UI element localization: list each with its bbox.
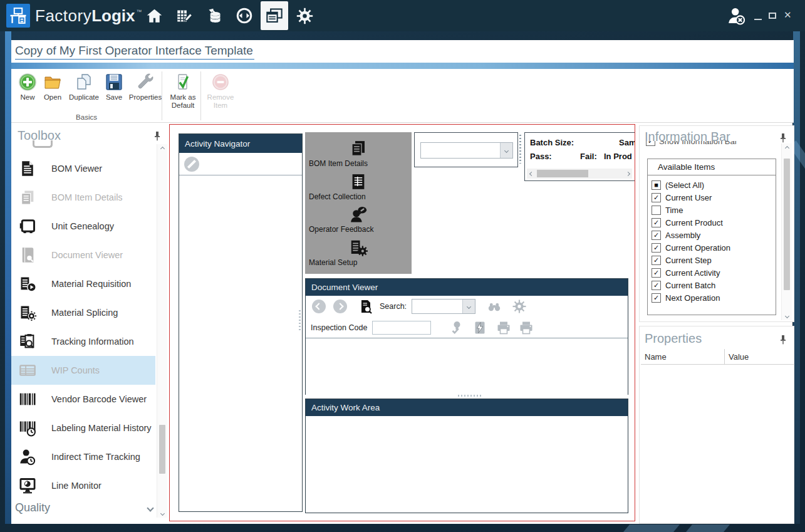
horizontal-splitter-grip[interactable] [458,395,483,397]
palette-item-bom-item-details[interactable]: BOM Item Details [305,139,412,168]
scrollbar-thumb[interactable] [784,159,790,290]
toolbox-item-line-monitor[interactable]: Line Monitor [11,471,155,500]
close-icon[interactable]: ✕ [784,9,792,21]
binoculars-icon[interactable] [487,299,502,314]
pin-icon[interactable] [153,131,162,141]
chevron-down-icon[interactable] [462,300,475,313]
scroll-up-icon[interactable] [782,143,792,152]
list-item-select-all[interactable]: ■ (Select All) [648,179,776,191]
open-button[interactable]: Open [40,73,65,102]
document-viewer-panel[interactable]: Document Viewer Search: [305,278,628,395]
toolbox-item-vendor-barcode-viewer[interactable]: Vendor Barcode Viewer [11,385,155,414]
toolbox-item-bom-viewer[interactable]: BOM Viewer [11,154,155,183]
toolbox-item-document-viewer[interactable]: Document Viewer [11,241,155,269]
scroll-down-icon[interactable] [157,509,167,518]
checkbox-icon[interactable]: ✓ [652,231,661,240]
list-item-next-operation[interactable]: ✓ Next Operation [648,291,776,304]
toolbox-scrollbar[interactable] [157,144,167,518]
dropdown-combobox[interactable] [420,142,513,159]
list-item-current-step[interactable]: ✓ Current Step [648,254,776,266]
desk-logo-icon [9,6,28,25]
printer-icon[interactable] [519,320,534,335]
activity-navigator-panel[interactable]: Activity Navigator [179,133,303,512]
dropdown-widget[interactable] [414,132,518,167]
column-header-name[interactable]: Name [641,349,725,364]
checkbox-icon[interactable]: ✓ [652,193,661,202]
list-item-current-product[interactable]: ✓ Current Product [648,216,776,229]
materials-stack-icon[interactable] [200,1,228,30]
new-button[interactable]: New [16,73,39,102]
scrollbar-thumb[interactable] [159,425,165,474]
toolbox-item-wip-counts[interactable]: WIP Counts [11,356,155,385]
search-combobox[interactable] [412,299,475,314]
checkbox-icon[interactable]: ✓ [646,141,655,146]
home-icon[interactable] [140,1,168,30]
list-item-current-activity[interactable]: ✓ Current Activity [648,266,776,279]
vertical-splitter-grip[interactable] [519,135,521,164]
list-item-assembly[interactable]: ✓ Assembly [648,229,776,241]
list-item-time[interactable]: Time [648,204,776,216]
remove-item-button[interactable]: Remove Item [204,73,237,110]
toolbox-item-material-requisition[interactable]: Material Requisition [11,269,155,298]
batch-horizontal-scrollbar[interactable] [527,169,632,179]
minimize-icon[interactable] [754,19,762,20]
inspection-code-input[interactable] [372,321,431,335]
checkbox-icon[interactable]: ■ [652,180,661,190]
document-search-icon[interactable] [358,299,373,314]
gear-icon[interactable] [512,299,527,314]
toolbox-item-material-splicing[interactable]: Material Splicing [11,298,155,327]
pin-check-icon[interactable] [449,320,464,335]
settings-gear-icon[interactable] [291,1,318,30]
scroll-up-icon[interactable] [157,144,167,153]
checkbox-icon[interactable]: ✓ [652,256,661,265]
new-plus-icon [18,73,37,91]
chevron-down-icon[interactable] [500,143,512,158]
list-item-current-batch[interactable]: ✓ Current Batch [648,279,776,291]
palette-item-operator-feedback[interactable]: Operator Feedback [305,205,412,234]
operator-interfaces-windows-icon[interactable] [261,1,288,30]
toolbox-section-quality[interactable]: Quality [15,501,157,514]
save-button[interactable]: Save [103,73,125,102]
scrollbar-thumb[interactable] [537,170,588,177]
checkbox-icon[interactable]: ✓ [652,281,661,290]
palette-item-defect-collection[interactable]: Defect Collection [305,172,412,201]
design-canvas[interactable]: Activity Navigator BOM Item Details Defe… [169,124,635,521]
maximize-icon[interactable] [769,13,776,19]
next-document-icon[interactable] [333,300,347,313]
properties-button[interactable]: Properties [127,73,164,102]
batch-summary-widget[interactable]: Batch Size: Samp Pass: Fail: In Prod [524,132,635,181]
search-label: Search: [380,302,407,311]
duplicate-button[interactable]: Duplicate [66,73,101,102]
checkbox-icon[interactable]: ✓ [652,243,661,253]
toolbox-item-tracking-information[interactable]: Tracking Information [11,327,155,356]
scroll-left-icon[interactable] [527,169,536,179]
flash-document-icon[interactable] [472,320,487,335]
production-circle-arrows-icon[interactable] [231,1,258,30]
column-header-value[interactable]: Value [725,349,794,364]
scroll-down-icon[interactable] [782,311,792,320]
information-bar-scrollbar[interactable] [781,143,792,320]
scroll-right-icon[interactable] [623,169,632,179]
toolbox-item-labeling-material-history[interactable]: Labeling Material History [11,414,155,442]
mark-as-default-button[interactable]: Mark as Default [167,73,199,110]
template-title-field[interactable]: Copy of My First Operator Interface Temp… [15,44,254,60]
list-item-current-operation[interactable]: ✓ Current Operation [648,241,776,254]
checkbox-icon[interactable] [652,206,661,215]
toolbox-item-unit-genealogy[interactable]: Unit Genealogy [11,212,155,241]
planner-grid-pencil-icon[interactable] [170,1,198,30]
show-information-bar-toggle[interactable]: ✓ Show Information Bar [646,141,771,149]
palette-item-material-setup[interactable]: Material Setup [305,238,412,267]
toolbox-item-bom-item-details[interactable]: BOM Item Details [11,183,155,212]
checkbox-icon[interactable]: ✓ [652,293,661,303]
activity-work-area-panel[interactable]: Activity Work Area [305,399,628,513]
toolbox-item-indirect-time-tracking[interactable]: Indirect Time Tracking [11,442,155,471]
vertical-splitter-grip[interactable] [299,310,301,331]
list-item-current-user[interactable]: ✓ Current User [648,191,776,204]
user-logout-icon[interactable] [725,6,747,27]
pin-icon[interactable] [779,133,787,143]
checkbox-icon[interactable]: ✓ [652,268,661,278]
checkbox-icon[interactable]: ✓ [652,218,661,227]
pin-icon[interactable] [779,335,787,345]
previous-document-icon[interactable] [312,300,326,313]
printer-icon[interactable] [496,320,511,335]
